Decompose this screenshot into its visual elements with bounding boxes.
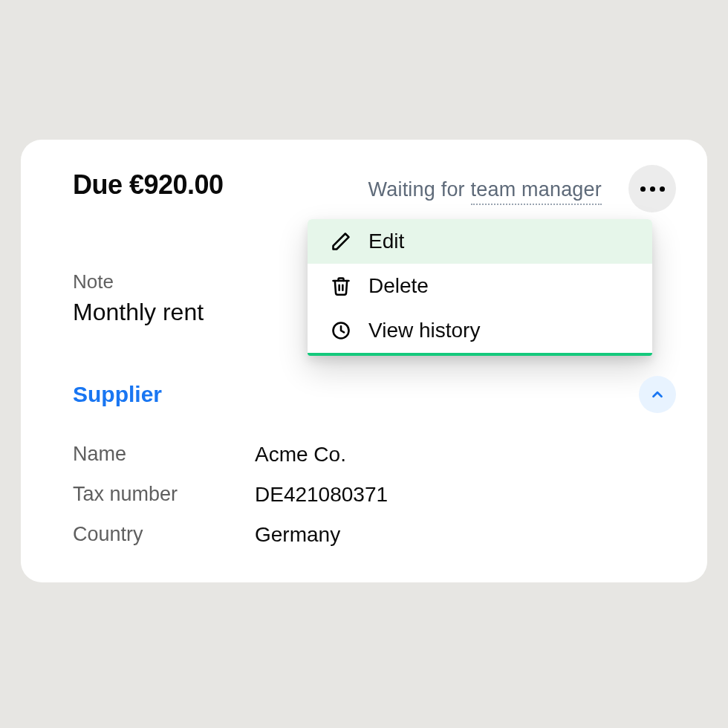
chevron-up-icon [649,386,666,403]
supplier-tax-value: DE421080371 [255,483,388,507]
supplier-country-label: Country [73,523,255,547]
approval-status: Waiting for team manager [368,178,602,201]
due-amount: Due €920.00 [73,169,224,201]
supplier-country-value: Germany [255,523,340,547]
supplier-country-row: Country Germany [73,523,667,547]
menu-item-label: Edit [368,230,404,253]
more-actions-button[interactable] [628,165,676,212]
supplier-tax-label: Tax number [73,483,255,507]
status-prefix: Waiting for [368,178,471,201]
status-assignee-link[interactable]: team manager [471,178,602,205]
actions-dropdown: Edit Delete [308,219,652,356]
menu-item-edit[interactable]: Edit [308,219,652,264]
menu-item-label: Delete [368,274,429,298]
note-value: Monthly rent [73,299,204,326]
clock-icon [330,319,352,342]
supplier-name-label: Name [73,443,255,467]
supplier-tax-row: Tax number DE421080371 [73,483,667,507]
menu-item-label: View history [368,319,480,342]
menu-item-view-history[interactable]: View history [308,308,652,353]
note-label: Note [73,270,114,293]
more-icon [640,186,646,192]
invoice-card: Due €920.00 Waiting for team manager Edi… [21,140,707,582]
trash-icon [330,275,352,297]
supplier-name-row: Name Acme Co. [73,443,667,467]
supplier-name-value: Acme Co. [255,443,346,467]
supplier-section-title[interactable]: Supplier [73,382,162,407]
menu-item-delete[interactable]: Delete [308,264,652,308]
pencil-icon [330,230,352,253]
collapse-supplier-button[interactable] [639,376,676,413]
